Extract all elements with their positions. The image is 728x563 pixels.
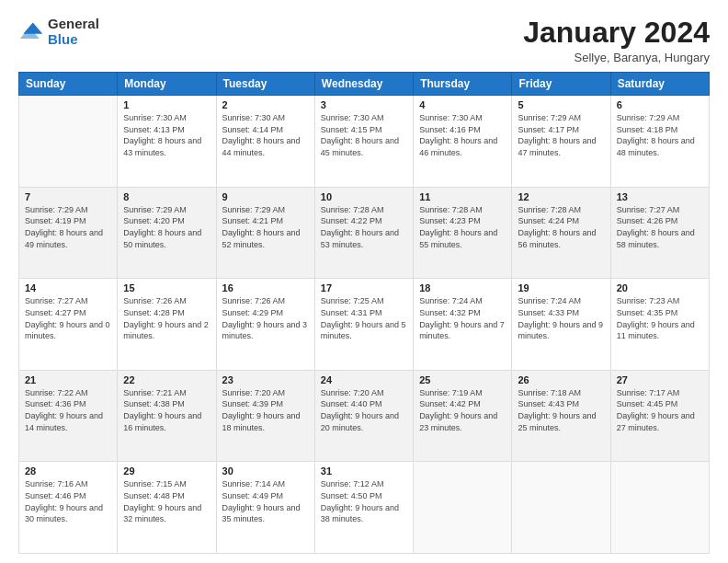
day-info: Sunrise: 7:14 AMSunset: 4:49 PMDaylight:… [222,478,309,524]
day-info: Sunrise: 7:23 AMSunset: 4:35 PMDaylight:… [617,295,703,341]
calendar-header-saturday: Saturday [610,73,709,96]
title-block: January 2024 Sellye, Baranya, Hungary [523,17,710,64]
calendar-cell: 7Sunrise: 7:29 AMSunset: 4:19 PMDaylight… [19,187,118,279]
day-info: Sunrise: 7:12 AMSunset: 4:50 PMDaylight:… [321,478,407,524]
day-info: Sunrise: 7:24 AMSunset: 4:32 PMDaylight:… [419,295,506,341]
calendar-cell: 16Sunrise: 7:26 AMSunset: 4:29 PMDayligh… [216,279,314,371]
day-info: Sunrise: 7:29 AMSunset: 4:21 PMDaylight:… [222,204,309,250]
logo-text: General Blue [48,17,99,47]
day-info: Sunrise: 7:26 AMSunset: 4:28 PMDaylight:… [123,295,210,341]
subtitle: Sellye, Baranya, Hungary [523,51,710,64]
calendar-week-row: 14Sunrise: 7:27 AMSunset: 4:27 PMDayligh… [19,279,710,371]
day-info: Sunrise: 7:28 AMSunset: 4:24 PMDaylight:… [518,204,604,250]
day-number: 11 [419,191,506,202]
day-number: 10 [321,191,407,202]
day-info: Sunrise: 7:16 AMSunset: 4:46 PMDaylight:… [25,478,111,524]
calendar-week-row: 21Sunrise: 7:22 AMSunset: 4:36 PMDayligh… [19,370,710,462]
calendar-cell: 23Sunrise: 7:20 AMSunset: 4:39 PMDayligh… [216,370,314,462]
day-info: Sunrise: 7:29 AMSunset: 4:18 PMDaylight:… [617,112,703,158]
calendar-cell: 15Sunrise: 7:26 AMSunset: 4:28 PMDayligh… [118,279,216,371]
calendar-header-friday: Friday [512,73,610,96]
day-number: 8 [123,191,210,202]
header: General Blue January 2024 Sellye, Barany… [18,17,710,64]
calendar-cell: 2Sunrise: 7:30 AMSunset: 4:14 PMDaylight… [216,96,314,188]
day-number: 4 [419,99,506,110]
calendar-cell [414,462,512,554]
calendar-cell: 22Sunrise: 7:21 AMSunset: 4:38 PMDayligh… [118,370,216,462]
calendar-week-row: 28Sunrise: 7:16 AMSunset: 4:46 PMDayligh… [19,462,710,554]
calendar-cell: 17Sunrise: 7:25 AMSunset: 4:31 PMDayligh… [314,279,413,371]
day-info: Sunrise: 7:26 AMSunset: 4:29 PMDaylight:… [222,295,309,341]
day-number: 14 [25,282,111,293]
day-info: Sunrise: 7:20 AMSunset: 4:39 PMDaylight:… [222,387,309,433]
day-info: Sunrise: 7:18 AMSunset: 4:43 PMDaylight:… [518,387,604,433]
day-number: 23 [222,374,309,385]
day-info: Sunrise: 7:27 AMSunset: 4:27 PMDaylight:… [25,295,111,341]
calendar-week-row: 7Sunrise: 7:29 AMSunset: 4:19 PMDaylight… [19,187,710,279]
calendar: SundayMondayTuesdayWednesdayThursdayFrid… [18,72,710,554]
day-number: 6 [617,99,703,110]
calendar-cell: 6Sunrise: 7:29 AMSunset: 4:18 PMDaylight… [610,96,709,188]
calendar-week-row: 1Sunrise: 7:30 AMSunset: 4:13 PMDaylight… [19,96,710,188]
month-title: January 2024 [523,17,710,49]
calendar-cell [19,96,118,188]
day-number: 21 [25,374,111,385]
day-info: Sunrise: 7:30 AMSunset: 4:15 PMDaylight:… [321,112,407,158]
logo-general: General [48,16,99,31]
calendar-cell: 25Sunrise: 7:19 AMSunset: 4:42 PMDayligh… [414,370,512,462]
calendar-cell: 4Sunrise: 7:30 AMSunset: 4:16 PMDaylight… [414,96,512,188]
calendar-header-thursday: Thursday [414,73,512,96]
day-info: Sunrise: 7:30 AMSunset: 4:13 PMDaylight:… [123,112,210,158]
calendar-cell: 13Sunrise: 7:27 AMSunset: 4:26 PMDayligh… [610,187,709,279]
day-number: 12 [518,191,604,202]
day-number: 24 [321,374,407,385]
day-number: 9 [222,191,309,202]
day-number: 22 [123,374,210,385]
day-info: Sunrise: 7:20 AMSunset: 4:40 PMDaylight:… [321,387,407,433]
day-number: 18 [419,282,506,293]
day-number: 2 [222,99,309,110]
calendar-cell [512,462,610,554]
logo-icon [18,19,44,45]
day-info: Sunrise: 7:19 AMSunset: 4:42 PMDaylight:… [419,387,506,433]
calendar-header-sunday: Sunday [19,73,118,96]
day-info: Sunrise: 7:29 AMSunset: 4:20 PMDaylight:… [123,204,210,250]
day-number: 29 [123,465,210,477]
day-number: 25 [419,374,506,385]
day-number: 15 [123,282,210,293]
day-info: Sunrise: 7:22 AMSunset: 4:36 PMDaylight:… [25,387,111,433]
calendar-cell: 27Sunrise: 7:17 AMSunset: 4:45 PMDayligh… [610,370,709,462]
calendar-cell: 20Sunrise: 7:23 AMSunset: 4:35 PMDayligh… [610,279,709,371]
calendar-cell: 9Sunrise: 7:29 AMSunset: 4:21 PMDaylight… [216,187,314,279]
calendar-cell: 19Sunrise: 7:24 AMSunset: 4:33 PMDayligh… [512,279,610,371]
logo: General Blue [18,17,99,47]
day-info: Sunrise: 7:29 AMSunset: 4:19 PMDaylight:… [25,204,111,250]
day-info: Sunrise: 7:27 AMSunset: 4:26 PMDaylight:… [617,204,703,250]
calendar-cell: 3Sunrise: 7:30 AMSunset: 4:15 PMDaylight… [314,96,413,188]
day-info: Sunrise: 7:21 AMSunset: 4:38 PMDaylight:… [123,387,210,433]
calendar-cell: 12Sunrise: 7:28 AMSunset: 4:24 PMDayligh… [512,187,610,279]
calendar-cell: 30Sunrise: 7:14 AMSunset: 4:49 PMDayligh… [216,462,314,554]
day-number: 5 [518,99,604,110]
day-info: Sunrise: 7:17 AMSunset: 4:45 PMDaylight:… [617,387,703,433]
calendar-cell [610,462,709,554]
day-number: 19 [518,282,604,293]
day-number: 1 [123,99,210,110]
day-info: Sunrise: 7:28 AMSunset: 4:23 PMDaylight:… [419,204,506,250]
day-number: 7 [25,191,111,202]
calendar-cell: 21Sunrise: 7:22 AMSunset: 4:36 PMDayligh… [19,370,118,462]
day-number: 30 [222,465,309,477]
day-info: Sunrise: 7:15 AMSunset: 4:48 PMDaylight:… [123,478,210,524]
day-info: Sunrise: 7:25 AMSunset: 4:31 PMDaylight:… [321,295,407,341]
day-number: 16 [222,282,309,293]
calendar-cell: 28Sunrise: 7:16 AMSunset: 4:46 PMDayligh… [19,462,118,554]
calendar-header-wednesday: Wednesday [314,73,413,96]
day-number: 31 [321,465,407,477]
calendar-cell: 18Sunrise: 7:24 AMSunset: 4:32 PMDayligh… [414,279,512,371]
calendar-cell: 29Sunrise: 7:15 AMSunset: 4:48 PMDayligh… [118,462,216,554]
calendar-header-row: SundayMondayTuesdayWednesdayThursdayFrid… [19,73,710,96]
calendar-cell: 1Sunrise: 7:30 AMSunset: 4:13 PMDaylight… [118,96,216,188]
day-number: 3 [321,99,407,110]
calendar-header-tuesday: Tuesday [216,73,314,96]
calendar-cell: 31Sunrise: 7:12 AMSunset: 4:50 PMDayligh… [314,462,413,554]
